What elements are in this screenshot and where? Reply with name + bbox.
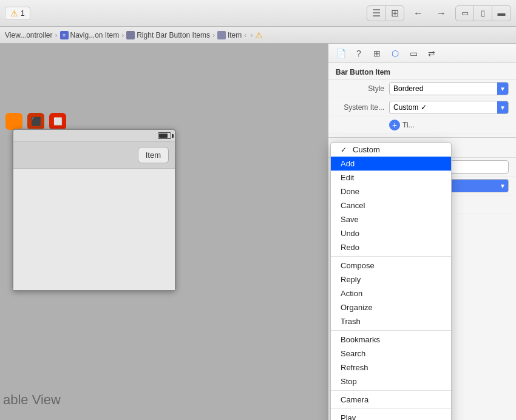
dropdown-item-action[interactable]: Action bbox=[331, 286, 451, 300]
image-select-arrow[interactable]: ▼ bbox=[497, 180, 508, 192]
title-placeholder: Ti... bbox=[402, 121, 415, 129]
nav-forward-btn[interactable]: → bbox=[432, 6, 450, 21]
item-button[interactable]: Item bbox=[138, 147, 169, 163]
style-row: Style Bordered ▼ bbox=[328, 80, 516, 98]
rp-help-btn[interactable]: ? bbox=[351, 47, 366, 60]
breadcrumb-sep-3: › bbox=[212, 31, 215, 39]
dropdown-item-add[interactable]: Add bbox=[331, 157, 451, 171]
nav-back-btn[interactable]: ← bbox=[409, 6, 427, 21]
dropdown-item-organize[interactable]: Organize bbox=[331, 300, 451, 314]
dropdown-item-edit[interactable]: Edit bbox=[331, 171, 451, 185]
rp-arrow-btn[interactable]: ⇄ bbox=[424, 47, 439, 60]
bar-items-icon bbox=[126, 31, 135, 39]
layout-btn-list[interactable]: ☰ bbox=[367, 6, 385, 21]
breadcrumb-sep-5: › bbox=[250, 31, 253, 39]
attr-section-header: Bar Button Item bbox=[328, 63, 516, 80]
table-view-label: able View bbox=[3, 392, 61, 408]
system-item-select[interactable]: Custom ✓ ▼ bbox=[389, 101, 509, 114]
dropdown-item-done[interactable]: Done bbox=[331, 185, 451, 198]
nav-item-icon: ≡ bbox=[60, 31, 69, 39]
system-item-label: System Ite... bbox=[336, 103, 384, 112]
dropdown-sep-4 bbox=[331, 408, 451, 409]
dropdown-item-save[interactable]: Save bbox=[331, 212, 451, 226]
style-value: Bordered ▼ bbox=[389, 82, 509, 95]
dropdown-item-refresh[interactable]: Refresh bbox=[331, 361, 451, 374]
layout-btn-canvas[interactable]: ⊞ bbox=[385, 6, 404, 21]
device-frame: Item bbox=[12, 129, 176, 291]
dropdown-item-compose[interactable]: Compose bbox=[331, 259, 451, 273]
dropdown-item-cancel[interactable]: Cancel bbox=[331, 198, 451, 212]
icon-cube: ⬛ bbox=[27, 113, 44, 130]
dropdown-menu: Custom Add Edit Done Cancel Save Undo Re… bbox=[330, 142, 452, 420]
dropdown-item-reply[interactable]: Reply bbox=[331, 273, 451, 286]
icon-orange bbox=[5, 113, 22, 130]
view-btn-3[interactable]: ▬ bbox=[492, 6, 511, 21]
title-add-row: + Ti... bbox=[328, 117, 516, 134]
toolbar-right: ☰ ⊞ ← → ▭ ▯ ▬ bbox=[367, 5, 511, 21]
breadcrumb: View...ontroller › ≡ Navig...on Item › R… bbox=[0, 27, 516, 44]
dropdown-item-bookmarks[interactable]: Bookmarks bbox=[331, 333, 451, 347]
layout-buttons: ☰ ⊞ bbox=[367, 5, 404, 21]
dropdown-item-redo[interactable]: Redo bbox=[331, 240, 451, 254]
rp-grid-btn[interactable]: ⊞ bbox=[370, 47, 384, 60]
rp-link-btn[interactable]: ⬡ bbox=[388, 47, 402, 60]
rp-ruler-btn[interactable]: ▭ bbox=[406, 47, 421, 60]
dropdown-item-trash[interactable]: Trash bbox=[331, 314, 451, 328]
icon-red-box: ⬜ bbox=[49, 113, 66, 130]
warning-count: 1 bbox=[21, 9, 25, 18]
breadcrumb-sep-2: › bbox=[121, 31, 124, 39]
dropdown-sep-1 bbox=[331, 256, 451, 257]
view-btn-1[interactable]: ▭ bbox=[456, 6, 474, 21]
add-item-btn[interactable]: + bbox=[389, 120, 400, 130]
breadcrumb-item-1[interactable]: View...ontroller bbox=[5, 31, 53, 39]
battery-icon bbox=[158, 132, 171, 139]
system-item-select-text: Custom ✓ bbox=[390, 103, 497, 112]
view-btn-2[interactable]: ▯ bbox=[474, 6, 492, 21]
breadcrumb-item-4[interactable]: Item bbox=[217, 31, 242, 39]
canvas-area: ⬛ ⬜ Item able View bbox=[0, 44, 328, 420]
style-label: Style bbox=[336, 84, 384, 93]
breadcrumb-item-2[interactable]: ≡ Navig...on Item bbox=[60, 31, 120, 39]
style-select-arrow[interactable]: ▼ bbox=[497, 83, 508, 95]
right-panel-toolbar: 📄 ? ⊞ ⬡ ▭ ⇄ bbox=[328, 44, 516, 63]
section-divider bbox=[328, 137, 516, 138]
item-icon bbox=[217, 31, 226, 39]
breadcrumb-item-3[interactable]: Right Bar Button Items bbox=[126, 31, 210, 39]
dropdown-item-play[interactable]: Play bbox=[331, 411, 451, 420]
dropdown-item-undo[interactable]: Undo bbox=[331, 226, 451, 240]
device-content bbox=[13, 169, 175, 290]
style-select[interactable]: Bordered ▼ bbox=[389, 82, 509, 95]
breadcrumb-warning-icon: ⚠ bbox=[255, 30, 263, 40]
warning-badge[interactable]: ⚠ 1 bbox=[5, 7, 30, 20]
warning-icon: ⚠ bbox=[10, 8, 18, 18]
rp-file-btn[interactable]: 📄 bbox=[333, 47, 348, 60]
device-nav-bar: Item bbox=[13, 142, 175, 169]
dropdown-sep-2 bbox=[331, 330, 451, 331]
view-toggle-buttons: ▭ ▯ ▬ bbox=[455, 5, 511, 21]
dropdown-item-search[interactable]: Search bbox=[331, 347, 451, 361]
dropdown-item-camera[interactable]: Camera bbox=[331, 393, 451, 407]
title-add-value: + Ti... bbox=[389, 120, 509, 130]
dropdown-item-stop[interactable]: Stop bbox=[331, 374, 451, 388]
dropdown-sep-3 bbox=[331, 390, 451, 391]
dropdown-item-custom[interactable]: Custom bbox=[331, 143, 451, 157]
right-panel-inner: Bar Button Item Style Bordered ▼ System … bbox=[328, 63, 516, 214]
system-item-row: System Ite... Custom ✓ ▼ bbox=[328, 98, 516, 117]
breadcrumb-sep-1: › bbox=[55, 31, 58, 39]
system-item-value: Custom ✓ ▼ bbox=[389, 101, 509, 114]
breadcrumb-sep-4: ‹ bbox=[244, 31, 246, 39]
top-toolbar: ⚠ 1 ☰ ⊞ ← → ▭ ▯ ▬ bbox=[0, 0, 516, 27]
system-item-select-arrow[interactable]: ▼ bbox=[497, 101, 508, 113]
device-status-bar bbox=[13, 130, 175, 142]
style-select-text: Bordered bbox=[390, 84, 497, 93]
right-panel: 📄 ? ⊞ ⬡ ▭ ⇄ Bar Button Item Style Border… bbox=[328, 44, 516, 420]
